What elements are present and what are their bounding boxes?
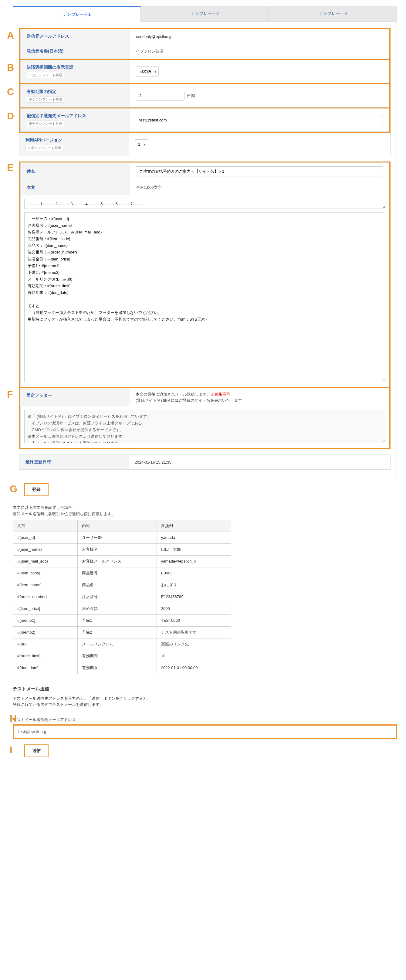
- table-row: #{item_code}商品番号E0003: [13, 567, 231, 579]
- table-row: #{memo2}予備2テスト用の取引です: [13, 626, 231, 638]
- table-cell: E123456789: [157, 591, 231, 603]
- label-api-version: 利用APIバージョン: [25, 138, 122, 143]
- input-test-mail[interactable]: [14, 725, 396, 738]
- table-cell: #{order_limit}: [13, 650, 78, 662]
- table-cell: #{user_id}: [13, 531, 78, 543]
- table-cell: おにぎり: [157, 579, 231, 591]
- table-cell: #{item_code}: [13, 567, 78, 579]
- table-row: #{user_name}お客様名山田 太郎: [13, 543, 231, 555]
- textarea-body[interactable]: ユーザーID：#{user_id} お客様名：#{user_name} お客様メ…: [24, 212, 385, 382]
- marker-c: C: [7, 87, 14, 97]
- marker-d: D: [7, 111, 14, 121]
- marker-a: A: [7, 30, 14, 40]
- label-last-update: 最終更新日時: [19, 455, 128, 469]
- label-notify-addr: 配信完了通知先メールアドレス: [27, 113, 124, 119]
- input-notify-addr[interactable]: [136, 115, 383, 125]
- table-cell: #{memo2}: [13, 626, 78, 638]
- vars-th-2: 内容: [78, 520, 157, 531]
- table-cell: 有効期限: [78, 662, 157, 674]
- input-subject[interactable]: [136, 166, 383, 177]
- table-row: #{due_date}有効期限2022-01-01 00:00:00: [13, 662, 231, 674]
- table-cell: 注文番号: [78, 591, 157, 603]
- table-cell: TEST0003: [157, 614, 231, 626]
- table-row: #{memo1}予備1TEST0003: [13, 614, 231, 626]
- table-cell: お客様メールアドレス: [78, 555, 157, 567]
- label-days-suffix: 日間: [187, 93, 195, 99]
- label-display-lang: 決済選択画面の表示言語: [27, 65, 124, 70]
- table-cell: 商品番号: [78, 567, 157, 579]
- label-common-sub-3: ※全テンプレート共通: [27, 121, 64, 127]
- label-expiry: 有効期限の指定: [27, 89, 124, 94]
- value-sender-address: sendonly@epsilon.jp: [130, 29, 389, 44]
- table-cell: #{user_name}: [13, 543, 78, 555]
- table-cell: yamada@epsilon.jp: [157, 555, 231, 567]
- table-cell: #{due_date}: [13, 662, 78, 674]
- table-row: #{order_limit}有効期間10: [13, 650, 231, 662]
- vars-note: 本文に以下の文言を記述した場合、 通知メール送信時に各取引単位で適切な値に変換し…: [13, 504, 397, 517]
- table-row: #{user_mail_add}お客様メールアドレスyamada@epsilon…: [13, 555, 231, 567]
- tab-template-1[interactable]: テンプレート1: [13, 6, 141, 22]
- label-common-sub-1: ※全テンプレート共通: [27, 72, 64, 78]
- table-cell: yamada: [157, 531, 231, 543]
- vars-th-1: 文言: [13, 520, 78, 531]
- table-cell: 2022-01-01 00:00:00: [157, 662, 231, 674]
- marker-f: F: [7, 390, 13, 399]
- template-content: A 送信元メールアドレス sendonly@epsilon.jp 発信元名称(日…: [13, 22, 397, 476]
- table-cell: 決済金額: [78, 603, 157, 614]
- table-cell: #{user_mail_add}: [13, 555, 78, 567]
- table-cell: 有効期間: [78, 650, 157, 662]
- table-cell: 2000: [157, 603, 231, 614]
- table-cell: 予備2: [78, 626, 157, 638]
- table-row: #{item_price}決済金額2000: [13, 603, 231, 614]
- table-cell: テスト用の取引です: [157, 626, 231, 638]
- table-cell: ユーザーID: [78, 531, 157, 543]
- register-button[interactable]: 登録: [24, 483, 49, 496]
- label-sender-address: 送信元メールアドレス: [21, 29, 130, 44]
- footer-desc: 本文の最後に追加されメール送信します。※編集不可 (登録サイト名) 部分にはご登…: [130, 388, 389, 406]
- value-last-update: 2024-01-16 15:21:35: [128, 455, 390, 469]
- table-cell: お客様名: [78, 543, 157, 555]
- marker-i: I: [10, 745, 13, 755]
- table-cell: 商品名: [78, 579, 157, 591]
- vars-table: 文言 内容 変換例 #{user_id}ユーザーIDyamada#{user_n…: [13, 520, 231, 674]
- marker-b: B: [7, 62, 14, 72]
- label-body-limit: 全角1,000文字: [130, 180, 389, 195]
- table-row: #{user_id}ユーザーIDyamada: [13, 531, 231, 543]
- table-cell: #{order_number}: [13, 591, 78, 603]
- label-body: 本文: [21, 180, 130, 195]
- table-cell: 実際のリンク先: [157, 638, 231, 650]
- table-cell: #{memo1}: [13, 614, 78, 626]
- label-fixed-footer: 固定フッター: [20, 388, 130, 406]
- table-cell: 予備1: [78, 614, 157, 626]
- select-api-version[interactable]: 1: [135, 139, 148, 150]
- label-subject: 件名: [21, 163, 130, 180]
- table-cell: E0003: [157, 567, 231, 579]
- table-cell: #{item_name}: [13, 579, 78, 591]
- input-expiry-days[interactable]: [136, 91, 184, 101]
- table-row: #{item_name}商品名おにぎり: [13, 579, 231, 591]
- tab-template-2[interactable]: テンプレート2: [141, 6, 269, 22]
- test-mail-desc: テストメール送信先アドレスを入力の上、「送信」ボタンをクリックすると、 登録され…: [13, 695, 397, 708]
- textarea-separator[interactable]: ----+----1----+----2----+----3----+----4…: [24, 199, 385, 209]
- table-cell: #{item_price}: [13, 603, 78, 614]
- template-tabs: テンプレート1 テンプレート2 テンプレート3: [13, 6, 397, 22]
- tab-template-3[interactable]: テンプレート3: [269, 6, 397, 22]
- value-sender-name: イプシロン決済: [130, 44, 389, 59]
- table-row: #{order_number}注文番号E123456789: [13, 591, 231, 603]
- textarea-fixed-footer: ※「 (登録サイト名) 」はイプシロン決済サービスを利用しています。 イプシロン…: [24, 410, 385, 443]
- table-cell: 山田 太郎: [157, 543, 231, 555]
- select-display-lang[interactable]: 日本語: [136, 67, 159, 76]
- test-mail-title: テストメール送信: [13, 686, 397, 692]
- table-cell: メールリンクURL: [78, 638, 157, 650]
- label-sender-name: 発信元名称(日本語): [21, 44, 130, 59]
- label-common-sub-4: ※全テンプレート共通: [25, 145, 63, 151]
- vars-th-3: 変換例: [157, 520, 231, 531]
- marker-g: G: [10, 484, 17, 494]
- label-common-sub-2: ※全テンプレート共通: [27, 96, 64, 103]
- table-cell: #{url}: [13, 638, 78, 650]
- table-cell: 10: [157, 650, 231, 662]
- send-button[interactable]: 送信: [24, 745, 49, 757]
- table-row: #{url}メールリンクURL実際のリンク先: [13, 638, 231, 650]
- test-mail-label: テストメール送信先メールアドレス: [13, 717, 397, 722]
- marker-h: H: [10, 713, 17, 723]
